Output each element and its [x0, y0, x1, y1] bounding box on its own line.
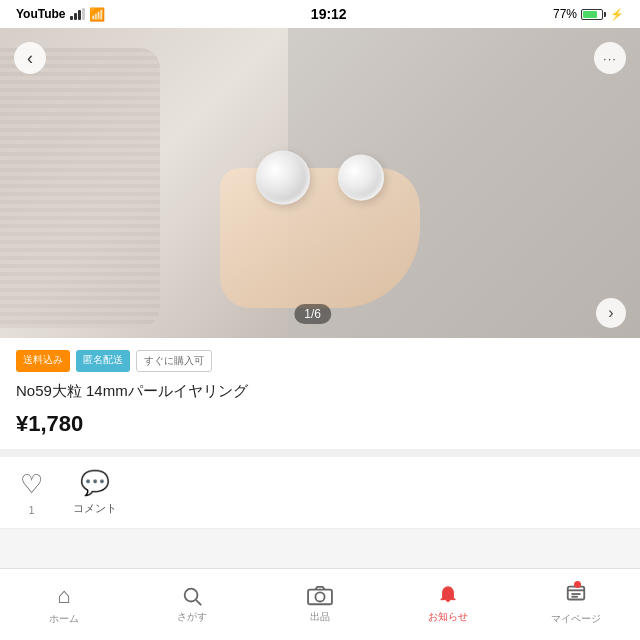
comment-button[interactable]: 💬 コメント: [73, 469, 117, 516]
signal-icon: [70, 8, 85, 20]
notification-icon: [437, 585, 459, 607]
more-button[interactable]: ···: [594, 42, 626, 74]
product-price: ¥1,780: [16, 411, 624, 437]
heart-icon: ♡: [20, 469, 43, 500]
search-icon: [181, 585, 203, 607]
buyable-badge: すぐに購入可: [136, 350, 212, 372]
nav-post[interactable]: 出品: [292, 585, 348, 624]
like-button[interactable]: ♡ 1: [20, 469, 43, 516]
nav-search[interactable]: さがす: [164, 585, 220, 624]
product-image: [0, 28, 640, 338]
product-title: No59大粒 14mmパールイヤリング: [16, 380, 624, 401]
charging-icon: ⚡: [610, 8, 624, 21]
more-icon: ···: [603, 51, 617, 66]
image-counter: 1/6: [294, 304, 331, 324]
svg-line-1: [196, 600, 201, 605]
notifications-label: お知らせ: [428, 610, 468, 624]
mypage-label: マイページ: [551, 612, 601, 626]
next-image-button[interactable]: ›: [596, 298, 626, 328]
mypage-badge: [574, 581, 581, 588]
comment-icon: 💬: [80, 469, 110, 497]
search-label: さがす: [177, 610, 207, 624]
pearl-earrings: [256, 151, 384, 205]
home-icon: ⌂: [57, 583, 70, 609]
time-display: 19:12: [311, 6, 347, 22]
action-row: ♡ 1 💬 コメント: [0, 457, 640, 529]
nav-mypage[interactable]: マイページ: [548, 583, 604, 626]
anonymous-badge: 匿名配送: [76, 350, 130, 372]
product-info: 送料込み 匿名配送 すぐに購入可 No59大粒 14mmパールイヤリング ¥1,…: [0, 338, 640, 449]
pearl-left: [256, 151, 310, 205]
status-bar: YouTube 📶 19:12 77% ⚡: [0, 0, 640, 28]
pearl-right: [338, 155, 384, 201]
battery-percent: 77%: [553, 7, 577, 21]
nav-notifications[interactable]: お知らせ: [420, 585, 476, 624]
svg-point-0: [185, 589, 198, 602]
like-count: 1: [28, 504, 34, 516]
svg-point-3: [315, 592, 324, 601]
camera-icon: [307, 585, 333, 607]
next-icon: ›: [608, 304, 613, 322]
carrier-label: YouTube: [16, 7, 66, 21]
back-icon: ‹: [27, 48, 33, 69]
section-divider: [0, 449, 640, 457]
status-left: YouTube 📶: [16, 7, 105, 22]
status-right: 77% ⚡: [553, 7, 624, 21]
back-button[interactable]: ‹: [14, 42, 46, 74]
mypage-icon-wrapper: [565, 583, 587, 609]
badge-list: 送料込み 匿名配送 すぐに購入可: [16, 350, 624, 372]
wifi-icon: 📶: [89, 7, 105, 22]
comment-label: コメント: [73, 501, 117, 516]
nav-home[interactable]: ⌂ ホーム: [36, 583, 92, 626]
bottom-nav: ⌂ ホーム さがす 出品 お知らせ: [0, 568, 640, 640]
hand-area: [0, 28, 640, 338]
shipping-badge: 送料込み: [16, 350, 70, 372]
product-image-container: ‹ ··· 1/6 ›: [0, 28, 640, 338]
home-label: ホーム: [49, 612, 79, 626]
post-label: 出品: [310, 610, 330, 624]
battery-icon: [581, 9, 606, 20]
